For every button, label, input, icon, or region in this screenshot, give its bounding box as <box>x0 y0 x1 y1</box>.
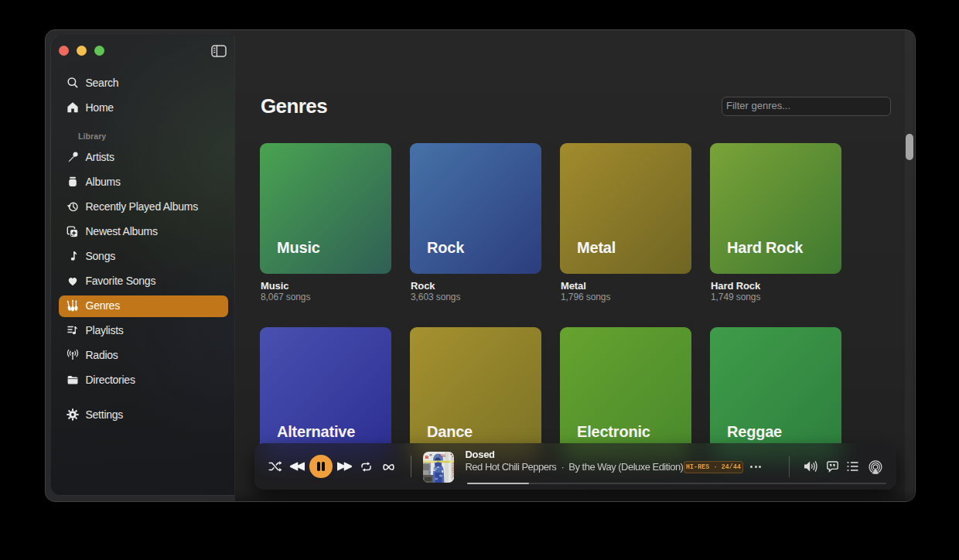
svg-text:By the: By the <box>428 466 432 475</box>
svg-text:Peppers: Peppers <box>452 463 455 477</box>
svg-text:Chi: Chi <box>439 453 445 458</box>
